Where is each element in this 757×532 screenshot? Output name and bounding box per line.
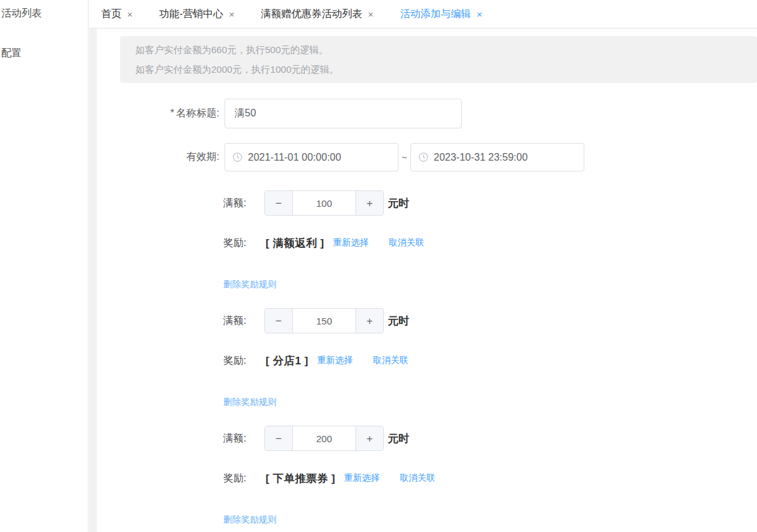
- increase-button[interactable]: +: [355, 309, 383, 333]
- amount-value[interactable]: 150: [293, 309, 355, 333]
- tab-label: 满额赠优惠券活动列表: [261, 8, 362, 21]
- end-date-value: 2023-10-31 23:59:00: [434, 152, 528, 163]
- reselect-link[interactable]: 重新选择: [333, 237, 369, 249]
- delete-rule-link[interactable]: 删除奖励规则: [223, 279, 276, 290]
- reward-row: 奖励: [ 满额返利 ] 重新选择 取消关联: [223, 236, 757, 250]
- delete-rule-row: 删除奖励规则: [223, 514, 757, 526]
- close-icon[interactable]: ×: [127, 9, 133, 19]
- sidebar: 活动列表 配置: [0, 0, 89, 532]
- start-date-picker[interactable]: 2021-11-01 00:00:00: [225, 143, 398, 171]
- reselect-link[interactable]: 重新选择: [317, 355, 353, 366]
- notice-line: 如客户实付金额为660元，执行500元的逻辑。: [135, 40, 744, 59]
- reward-name: [ 下单推票券 ]: [266, 471, 335, 486]
- increase-button[interactable]: +: [355, 191, 383, 215]
- name-title-label: *名称标题:: [120, 107, 219, 120]
- close-icon[interactable]: ×: [368, 9, 374, 19]
- reward-row: 奖励: [ 分店1 ] 重新选择 取消关联: [223, 354, 757, 368]
- sidebar-item-config[interactable]: 配置: [0, 46, 88, 60]
- close-icon[interactable]: ×: [477, 9, 483, 19]
- clock-icon: [419, 152, 428, 162]
- amount-label: 满额:: [223, 314, 255, 328]
- name-title-label-text: 名称标题:: [176, 108, 219, 118]
- amount-label: 满额:: [223, 432, 255, 445]
- decrease-button[interactable]: −: [265, 191, 293, 215]
- reward-label: 奖励:: [223, 472, 255, 485]
- clock-icon: [233, 152, 242, 162]
- content-body: 如客户实付金额为660元，执行500元的逻辑。 如客户实付金额为2000元，执行…: [89, 28, 757, 532]
- unlink-link[interactable]: 取消关联: [400, 473, 435, 484]
- validity-label: 有效期:: [120, 151, 219, 164]
- amount-value[interactable]: 100: [293, 191, 355, 215]
- name-title-row: *名称标题:: [120, 99, 757, 128]
- amount-suffix: 元时: [388, 431, 409, 446]
- sidebar-item-activity-list[interactable]: 活动列表: [0, 6, 88, 20]
- decrease-button[interactable]: −: [265, 426, 293, 450]
- reselect-link[interactable]: 重新选择: [344, 473, 379, 484]
- tab-label: 功能-营销中心: [159, 8, 223, 21]
- tab-bar: 首页 × 功能-营销中心 × 满额赠优惠券活动列表 × 活动添加与编辑 ×: [89, 0, 757, 28]
- reward-rule-group: 满额: − 100 + 元时 奖励: [ 满额返利 ] 重新选择: [120, 190, 757, 291]
- app-window: 活动列表 配置 首页 × 功能-营销中心 × 满额赠优惠券活动列表 × 活动添加…: [0, 0, 757, 532]
- amount-stepper[interactable]: − 150 +: [264, 308, 384, 333]
- amount-suffix: 元时: [388, 314, 409, 328]
- tab-label: 活动添加与编辑: [400, 8, 471, 21]
- amount-label: 满额:: [223, 197, 255, 210]
- notice-line: 如客户实付金额为2000元，执行1000元的逻辑。: [135, 59, 744, 79]
- amount-value[interactable]: 200: [293, 426, 355, 450]
- increase-button[interactable]: +: [355, 426, 383, 450]
- amount-row: 满额: − 200 + 元时: [223, 426, 757, 451]
- reward-row: 奖励: [ 下单推票券 ] 重新选择 取消关联: [223, 471, 757, 485]
- unlink-link[interactable]: 取消关联: [389, 237, 424, 249]
- tab-activity-edit[interactable]: 活动添加与编辑 ×: [400, 8, 483, 21]
- form-panel: 如客户实付金额为660元，执行500元的逻辑。 如客户实付金额为2000元，执行…: [97, 28, 757, 532]
- date-range-separator: ~: [402, 152, 407, 163]
- tab-home[interactable]: 首页 ×: [101, 8, 133, 21]
- name-title-input[interactable]: [225, 99, 462, 128]
- reward-rule-group: 满额: − 150 + 元时 奖励: [ 分店1 ] 重新选择: [120, 308, 757, 409]
- delete-rule-row: 删除奖励规则: [223, 278, 757, 291]
- required-asterisk: *: [170, 108, 174, 118]
- reward-label: 奖励:: [223, 237, 255, 250]
- unlink-link[interactable]: 取消关联: [373, 355, 409, 366]
- start-date-value: 2021-11-01 00:00:00: [248, 152, 341, 163]
- delete-rule-row: 删除奖励规则: [223, 396, 757, 409]
- amount-row: 满额: − 100 + 元时: [223, 190, 757, 216]
- reward-name: [ 分店1 ]: [266, 354, 309, 368]
- delete-rule-link[interactable]: 删除奖励规则: [223, 514, 276, 526]
- amount-row: 满额: − 150 + 元时: [223, 308, 757, 333]
- amount-stepper[interactable]: − 100 +: [264, 190, 384, 216]
- notice-box: 如客户实付金额为660元，执行500元的逻辑。 如客户实付金额为2000元，执行…: [120, 36, 757, 83]
- reward-rule-group: 满额: − 200 + 元时 奖励: [ 下单推票券 ] 重新选择: [120, 426, 757, 526]
- tab-label: 首页: [101, 8, 121, 21]
- decrease-button[interactable]: −: [265, 309, 293, 333]
- tab-coupon-activity-list[interactable]: 满额赠优惠券活动列表 ×: [261, 8, 374, 21]
- close-icon[interactable]: ×: [229, 9, 235, 19]
- content-gutter: [89, 28, 97, 532]
- end-date-picker[interactable]: 2023-10-31 23:59:00: [410, 143, 584, 171]
- main-area: 首页 × 功能-营销中心 × 满额赠优惠券活动列表 × 活动添加与编辑 × 如客…: [89, 0, 757, 532]
- reward-label: 奖励:: [223, 354, 255, 368]
- reward-name: [ 满额返利 ]: [266, 236, 324, 251]
- delete-rule-link[interactable]: 删除奖励规则: [223, 397, 276, 408]
- tab-marketing-center[interactable]: 功能-营销中心 ×: [159, 8, 235, 21]
- amount-suffix: 元时: [388, 196, 409, 211]
- validity-row: 有效期: 2021-11-01 00:00:00 ~: [120, 143, 757, 171]
- reward-rules-list: 满额: − 100 + 元时 奖励: [ 满额返利 ] 重新选择: [120, 190, 757, 526]
- amount-stepper[interactable]: − 200 +: [264, 426, 384, 451]
